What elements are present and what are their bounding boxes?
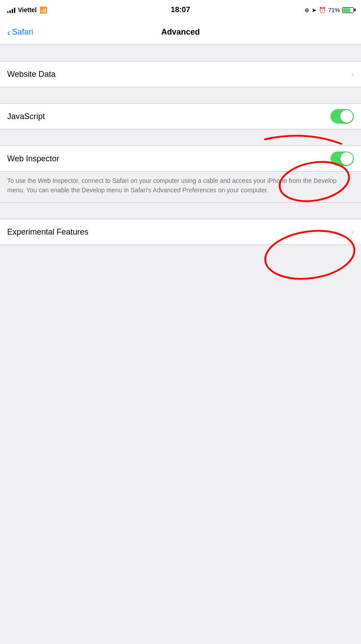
battery-icon [342,7,354,13]
experimental-features-row[interactable]: Experimental Features › [0,219,361,244]
web-inspector-row: Web Inspector [0,146,361,171]
javascript-toggle-knob [340,110,353,123]
web-inspector-toggle[interactable] [330,151,354,166]
back-button[interactable]: ‹ Safari [7,27,33,37]
status-left: Viettel 📶 [7,6,47,13]
battery-percent: 71% [328,7,340,13]
bottom-background [0,245,361,452]
experimental-features-label: Experimental Features [7,227,351,237]
status-right: ⊕ ➤ ⏰ 71% [304,7,354,13]
website-data-label: Website Data [7,70,351,79]
signal-bars [7,7,15,13]
web-inspector-section: Web Inspector [0,146,361,172]
section-gap-top [0,45,361,61]
website-data-chevron: › [351,70,354,79]
website-data-section: Website Data › [0,61,361,87]
nav-bar: ‹ Safari Advanced [0,20,361,45]
section-gap-3 [0,129,361,146]
experimental-features-section: Experimental Features › [0,219,361,245]
navigation-icon: ➤ [312,7,317,13]
chevron-left-icon: ‹ [7,28,10,37]
javascript-section: JavaScript [0,103,361,129]
back-label: Safari [12,27,33,37]
website-data-row[interactable]: Website Data › [0,62,361,87]
javascript-toggle[interactable] [330,109,354,124]
location-icon: ⊕ [304,7,309,13]
web-inspector-description: To use the Web Inspector, connect to Saf… [0,172,361,203]
javascript-label: JavaScript [7,112,330,121]
carrier-name: Viettel [18,6,37,13]
javascript-row: JavaScript [0,104,361,129]
experimental-features-chevron: › [351,227,354,237]
web-inspector-label: Web Inspector [7,154,330,164]
wifi-icon: 📶 [40,6,47,13]
section-gap-2 [0,87,361,103]
web-inspector-toggle-knob [340,152,353,165]
status-time: 18:07 [171,5,190,14]
battery-indicator [342,7,354,13]
section-gap-4 [0,203,361,219]
status-bar: Viettel 📶 18:07 ⊕ ➤ ⏰ 71% [0,0,361,20]
alarm-icon: ⏰ [319,7,326,13]
page-title: Advanced [161,27,200,37]
battery-fill [343,8,350,12]
